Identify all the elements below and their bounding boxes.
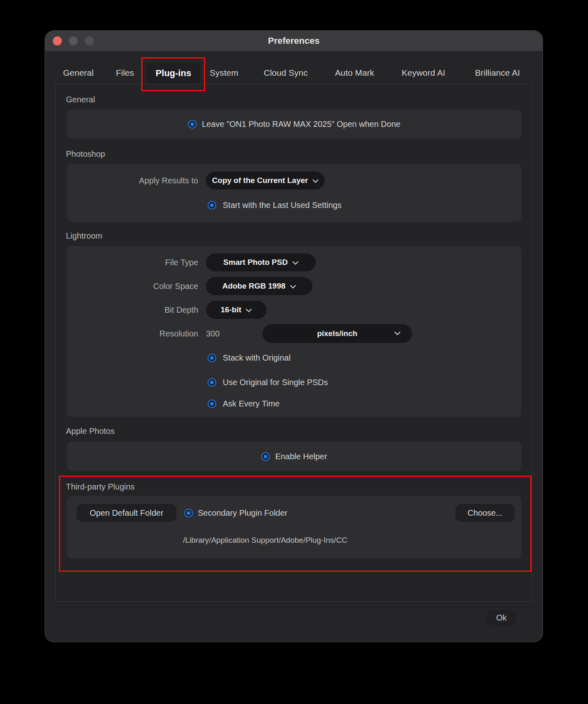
stack-with-original-option-row: Stack with Original <box>208 352 521 364</box>
window-title: Preferences <box>45 31 543 51</box>
third-party-panel: Open Default Folder Secondary Plugin Fol… <box>67 496 521 558</box>
close-window-icon[interactable] <box>53 36 62 45</box>
color-space-value: Adobe RGB 1998 <box>222 282 285 291</box>
color-space-row: Color Space Adobe RGB 1998 <box>67 277 521 296</box>
resolution-value[interactable]: 300 <box>206 329 219 338</box>
tab-cloud-sync[interactable]: Cloud Sync <box>264 68 308 78</box>
apple-photos-panel: Enable Helper <box>67 442 521 471</box>
file-type-value: Smart Photo PSD <box>223 258 287 267</box>
color-space-label: Color Space <box>67 282 198 291</box>
section-header-general: General <box>66 95 95 104</box>
secondary-plugin-folder-option-row: Secondary Plugin Folder <box>184 508 287 518</box>
radio-on-icon[interactable] <box>188 120 197 129</box>
general-panel: Leave "ON1 Photo RAW MAX 2025" Open when… <box>67 110 521 139</box>
tab-files[interactable]: Files <box>116 68 134 78</box>
use-original-label: Use Original for Single PSDs <box>223 378 328 387</box>
photoshop-panel: Apply Results to Copy of the Current Lay… <box>67 164 521 222</box>
radio-on-icon[interactable] <box>184 509 193 517</box>
section-header-apple-photos: Apple Photos <box>66 426 115 436</box>
preferences-window: Preferences General Files Plug-ins Syste… <box>45 31 543 642</box>
third-party-controls-row: Open Default Folder Secondary Plugin Fol… <box>77 504 515 522</box>
bit-depth-label: Bit Depth <box>67 305 198 315</box>
open-default-folder-button[interactable]: Open Default Folder <box>77 504 176 522</box>
resolution-unit-dropdown[interactable]: pixels/inch <box>262 324 412 343</box>
apply-results-dropdown[interactable]: Copy of the Current Layer <box>206 171 325 190</box>
last-used-settings-option-row: Start with the Last Used Settings <box>208 199 521 211</box>
color-space-dropdown[interactable]: Adobe RGB 1998 <box>206 277 312 295</box>
leave-open-option-row: Leave "ON1 Photo RAW MAX 2025" Open when… <box>67 110 521 139</box>
section-header-third-party: Third-party Plugins <box>66 482 135 492</box>
chevron-down-icon <box>292 261 299 265</box>
section-header-lightroom: Lightroom <box>66 231 102 241</box>
apply-results-value: Copy of the Current Layer <box>212 176 308 185</box>
tab-plugins-label: Plug-ins <box>156 68 191 79</box>
minimize-window-icon[interactable] <box>69 36 78 45</box>
section-header-photoshop: Photoshop <box>66 149 105 159</box>
tab-system[interactable]: System <box>210 68 238 78</box>
tab-brilliance-ai[interactable]: Brilliance AI <box>475 68 520 78</box>
file-type-row: File Type Smart Photo PSD <box>67 253 521 272</box>
file-type-label: File Type <box>67 258 198 267</box>
enable-helper-option-row: Enable Helper <box>67 442 521 471</box>
enable-helper-label: Enable Helper <box>275 452 327 461</box>
tab-plugins[interactable]: Plug-ins <box>146 63 201 84</box>
bit-depth-row: Bit Depth 16-bit <box>67 300 521 319</box>
ok-button[interactable]: Ok <box>486 610 517 625</box>
secondary-plugin-folder-label: Secondary Plugin Folder <box>198 508 287 518</box>
secondary-plugin-folder-path: /Library/Application Support/Adobe/Plug-… <box>183 536 347 545</box>
tab-auto-mark[interactable]: Auto Mark <box>335 68 374 78</box>
bit-depth-dropdown[interactable]: 16-bit <box>206 301 267 319</box>
file-type-dropdown[interactable]: Smart Photo PSD <box>206 253 316 271</box>
last-used-settings-label: Start with the Last Used Settings <box>223 201 341 210</box>
stack-with-original-label: Stack with Original <box>223 353 291 363</box>
ask-every-time-label: Ask Every Time <box>223 399 280 408</box>
ask-every-time-option-row: Ask Every Time <box>208 397 521 410</box>
radio-on-icon[interactable] <box>261 452 270 461</box>
leave-open-option-label: Leave "ON1 Photo RAW MAX 2025" Open when… <box>202 120 400 129</box>
resolution-row: Resolution 300 pixels/inch <box>67 324 521 343</box>
use-original-option-row: Use Original for Single PSDs <box>208 376 521 388</box>
choose-button[interactable]: Choose... <box>455 504 515 522</box>
chevron-down-icon <box>312 179 319 183</box>
bit-depth-value: 16-bit <box>221 305 242 314</box>
chevron-down-icon <box>290 285 296 289</box>
lightroom-panel: File Type Smart Photo PSD Color Space Ad… <box>67 246 521 417</box>
zoom-window-icon[interactable] <box>85 36 94 45</box>
apply-results-label: Apply Results to <box>67 176 198 185</box>
traffic-lights <box>53 36 94 45</box>
resolution-label: Resolution <box>67 329 198 338</box>
content-panel: General Leave "ON1 Photo RAW MAX 2025" O… <box>55 84 532 602</box>
apply-results-row: Apply Results to Copy of the Current Lay… <box>67 171 521 190</box>
chevron-down-icon <box>246 309 252 312</box>
radio-on-icon[interactable] <box>208 354 216 362</box>
resolution-unit-value: pixels/inch <box>317 329 357 338</box>
tab-general[interactable]: General <box>63 68 94 78</box>
chevron-down-icon <box>394 332 400 335</box>
radio-on-icon[interactable] <box>208 378 216 387</box>
tab-keyword-ai[interactable]: Keyword AI <box>402 68 445 78</box>
radio-on-icon[interactable] <box>208 201 216 210</box>
titlebar: Preferences <box>45 31 543 52</box>
radio-on-icon[interactable] <box>208 399 216 408</box>
